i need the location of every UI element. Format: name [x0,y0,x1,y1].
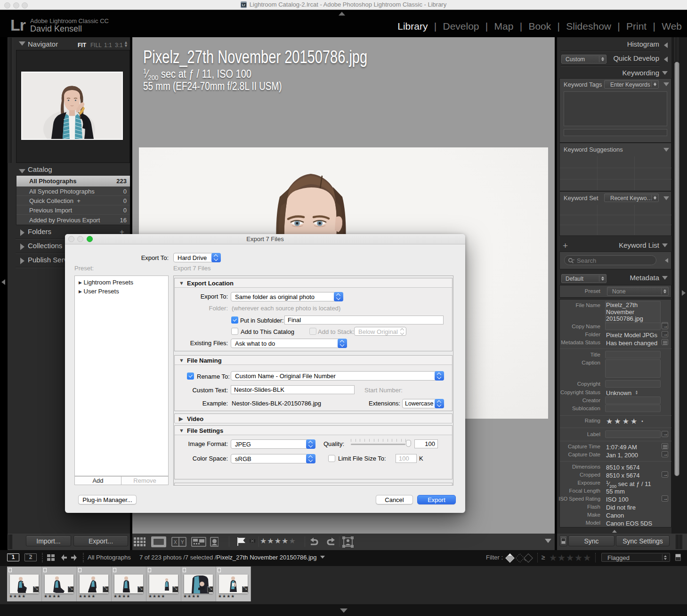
svg-text:Y: Y [181,540,184,545]
svg-text:X: X [174,540,177,545]
